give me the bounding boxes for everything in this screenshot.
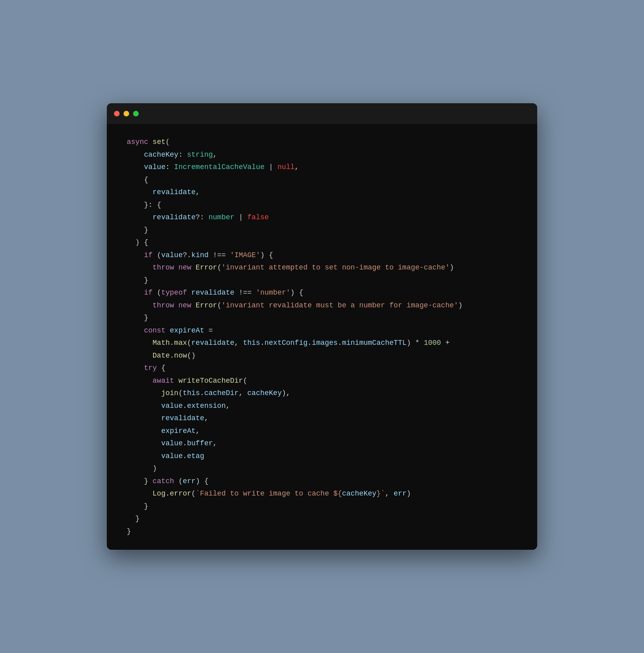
line-2: cacheKey: string, (127, 149, 517, 161)
line-27: value.buffer, (127, 437, 517, 450)
traffic-lights (114, 111, 139, 116)
line-21: try { (127, 362, 517, 375)
line-6: }: { (127, 199, 517, 212)
line-18: Math.max(revalidate, this.nextConfig.ima… (127, 337, 517, 350)
maximize-button[interactable] (133, 111, 139, 116)
line-12: } (127, 274, 517, 287)
line-15: throw new Error('invariant revalidate mu… (127, 299, 517, 312)
line-10: if (value?.kind !== 'IMAGE') { (127, 249, 517, 262)
line-29: ) (127, 462, 517, 475)
titlebar (107, 103, 537, 124)
line-3: value: IncrementalCacheValue | null, (127, 161, 517, 174)
line-28: value.etag (127, 450, 517, 463)
line-22: await writeToCacheDir( (127, 375, 517, 387)
line-34: } (127, 525, 517, 538)
line-16: } (127, 312, 517, 325)
line-4: { (127, 174, 517, 187)
close-button[interactable] (114, 111, 120, 116)
line-24: value.extension, (127, 400, 517, 413)
line-23: join(this.cacheDir, cacheKey), (127, 387, 517, 400)
line-31: Log.error(`Failed to write image to cach… (127, 488, 517, 500)
code-editor[interactable]: async set( cacheKey: string, value: Incr… (107, 124, 537, 550)
line-7: revalidate?: number | false (127, 211, 517, 224)
line-11: throw new Error('invariant attempted to … (127, 262, 517, 274)
line-1: async set( (127, 136, 517, 149)
minimize-button[interactable] (124, 111, 129, 116)
line-17: const expireAt = (127, 325, 517, 337)
line-14: if (typeof revalidate !== 'number') { (127, 287, 517, 299)
line-9: ) { (127, 236, 517, 249)
line-32: } (127, 500, 517, 513)
editor-window: async set( cacheKey: string, value: Incr… (107, 103, 537, 550)
line-33: } (127, 513, 517, 525)
line-30: } catch (err) { (127, 475, 517, 488)
line-5: revalidate, (127, 186, 517, 199)
line-25: revalidate, (127, 412, 517, 425)
line-26: expireAt, (127, 425, 517, 438)
line-8: } (127, 224, 517, 237)
line-19: Date.now() (127, 350, 517, 362)
